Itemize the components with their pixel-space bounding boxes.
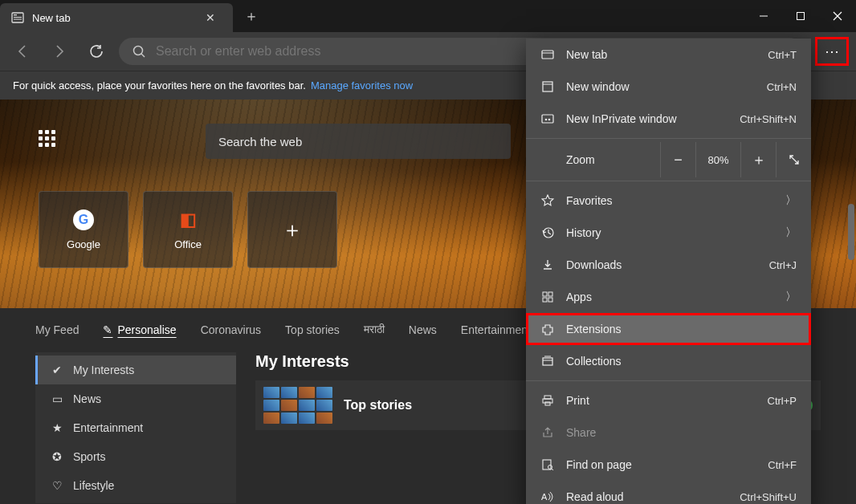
chevron-right-icon: 〉 (785, 193, 797, 208)
menu-item-shortcut: Ctrl+P (768, 395, 797, 407)
window-controls (745, 0, 856, 32)
svg-text:A: A (541, 492, 548, 502)
menu-item-label: Downloads (566, 258, 758, 271)
menu-item-find-on-page[interactable]: Find on pageCtrl+F (526, 449, 811, 481)
sidebar-item-my-interests[interactable]: ✔My Interests (35, 356, 236, 384)
sidebar-item-sports[interactable]: ✪Sports (38, 442, 236, 471)
menu-item-extensions[interactable]: Extensions (526, 313, 811, 345)
svg-rect-2 (14, 17, 22, 18)
menu-item-share: Share (526, 417, 811, 449)
favorites-bar-text: For quick access, place your favorites h… (13, 79, 306, 91)
svg-rect-21 (548, 298, 552, 302)
new-tab-button[interactable]: ＋ (233, 0, 270, 32)
menu-item-label: Find on page (566, 458, 756, 471)
menu-item-print[interactable]: PrintCtrl+P (526, 384, 811, 417)
svg-rect-19 (548, 292, 552, 296)
svg-point-29 (548, 465, 552, 469)
menu-separator (526, 181, 811, 181)
tab-close-button[interactable]: ✕ (199, 11, 222, 24)
menu-item-shortcut: Ctrl+F (768, 459, 797, 471)
zoom-in-button[interactable]: ＋ (740, 142, 776, 177)
menu-item-label: New window (566, 80, 756, 93)
tile-label: Office (174, 238, 202, 250)
forward-button[interactable] (45, 37, 74, 66)
star-icon (540, 194, 555, 207)
browser-window: New tab ✕ ＋ ⋯ For quick access, place yo… (0, 0, 856, 504)
heart-icon: ♡ (51, 479, 63, 492)
web-search-box[interactable]: Search the web (206, 124, 511, 159)
menu-item-downloads[interactable]: DownloadsCtrl+J (526, 249, 811, 281)
menu-item-label: Favorites (566, 194, 774, 207)
story-thumbnails (263, 387, 332, 424)
menu-item-new-tab[interactable]: New tabCtrl+T (526, 39, 811, 71)
menu-item-label: Read aloud (566, 490, 728, 503)
menu-item-label: Collections (566, 355, 797, 368)
tab-page-icon (11, 11, 24, 24)
feed-nav-personalise[interactable]: ✎ Personalise (103, 323, 176, 336)
refresh-button[interactable] (82, 37, 111, 66)
fullscreen-button[interactable] (776, 142, 811, 177)
back-button[interactable] (8, 37, 37, 66)
svg-rect-20 (543, 298, 547, 302)
more-button[interactable]: ⋯ (816, 38, 848, 65)
menu-item-label: New InPrivate window (566, 112, 728, 125)
sidebar-item-news[interactable]: ▭News (38, 384, 236, 413)
svg-rect-1 (14, 14, 17, 15)
svg-rect-28 (543, 460, 551, 469)
menu-item-shortcut: Ctrl+J (769, 259, 797, 271)
plus-icon: ＋ (282, 216, 303, 244)
read-icon: A (540, 490, 555, 503)
menu-item-label: Apps (566, 291, 774, 303)
minimize-button[interactable] (745, 0, 782, 32)
search-icon (132, 44, 146, 59)
menu-item-read-aloud[interactable]: ARead aloudCtrl+Shift+U (526, 481, 811, 504)
close-window-button[interactable] (819, 0, 856, 32)
tab-new-tab[interactable]: New tab ✕ (0, 3, 233, 32)
share-icon (540, 426, 555, 439)
sports-icon: ✪ (51, 450, 63, 463)
tile-label: Google (67, 238, 100, 250)
feed-nav-coronavirus[interactable]: Coronavirus (201, 323, 261, 336)
sidebar-item-entertainment[interactable]: ★Entertainment (38, 413, 236, 442)
menu-zoom-row: Zoom−80%＋ (526, 142, 811, 177)
menu-item-collections[interactable]: Collections (526, 345, 811, 377)
chevron-right-icon: 〉 (785, 290, 797, 304)
chevron-right-icon: 〉 (785, 226, 797, 240)
menu-item-history[interactable]: History〉 (526, 217, 811, 249)
menu-item-new-window[interactable]: New windowCtrl+N (526, 71, 811, 103)
feed-nav-topstories[interactable]: Top stories (285, 323, 340, 336)
feed-nav-news[interactable]: News (409, 323, 437, 336)
settings-menu: New tabCtrl+TNew windowCtrl+NNew InPriva… (526, 39, 811, 504)
tile-add[interactable]: ＋ (247, 191, 337, 268)
menu-item-label: Extensions (566, 323, 797, 335)
svg-rect-14 (542, 115, 553, 123)
maximize-button[interactable] (782, 0, 819, 32)
apps-icon (540, 291, 555, 303)
ext-icon (540, 323, 555, 335)
menu-item-favorites[interactable]: Favorites〉 (526, 185, 811, 217)
star-icon: ★ (51, 421, 63, 434)
check-circle-icon: ✔ (51, 364, 63, 376)
menu-item-new-inprivate-window[interactable]: New InPrivate windowCtrl+Shift+N (526, 103, 811, 135)
feed-nav-myfeed[interactable]: My Feed (35, 323, 79, 336)
collect-icon (540, 355, 555, 368)
menu-item-apps[interactable]: Apps〉 (526, 281, 811, 313)
svg-point-15 (545, 119, 548, 121)
download-icon (540, 258, 555, 271)
menu-item-label: New tab (566, 48, 756, 61)
menu-separator (526, 138, 811, 139)
feed-nav-marathi[interactable]: मराठी (364, 323, 385, 336)
svg-rect-10 (542, 51, 553, 59)
manage-favorites-link[interactable]: Manage favorites now (311, 79, 413, 91)
history-icon (540, 226, 555, 239)
app-launcher-icon[interactable] (39, 130, 61, 152)
feed-nav-entertainment[interactable]: Entertainment (461, 323, 531, 336)
menu-separator (526, 380, 811, 381)
title-bar: New tab ✕ ＋ (0, 0, 856, 32)
newtab-icon (540, 48, 555, 61)
zoom-out-button[interactable]: − (660, 142, 695, 177)
tile-google[interactable]: G Google (39, 191, 128, 268)
sidebar-item-lifestyle[interactable]: ♡Lifestyle (38, 471, 236, 500)
svg-point-8 (134, 47, 143, 55)
tile-office[interactable]: ◧ Office (143, 191, 233, 268)
